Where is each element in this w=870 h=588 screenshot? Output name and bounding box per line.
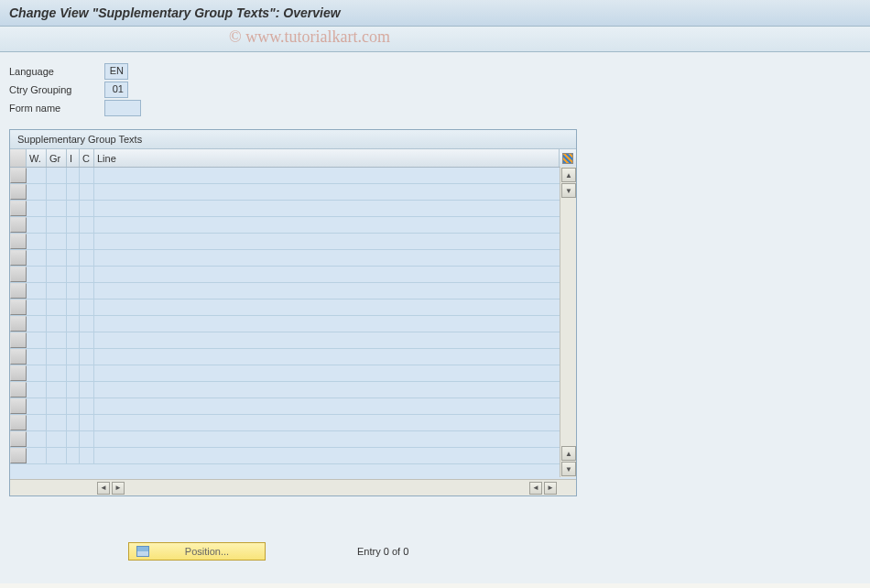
table-row[interactable] [10,201,576,217]
table-row[interactable] [10,349,576,365]
table-row[interactable] [10,332,576,349]
column-header-gr[interactable]: Gr [47,149,67,167]
table-settings-button[interactable] [560,153,576,164]
table-row[interactable] [10,234,576,250]
form-name-label: Form name [9,103,104,114]
row-selector[interactable] [10,267,27,282]
horizontal-scrollbar[interactable]: ◄ ► ◄ ► [10,479,576,495]
window-title: Change View "Supplementary Group Texts":… [9,5,341,20]
row-selector[interactable] [10,431,27,447]
column-header-i[interactable]: I [67,149,80,167]
row-selector[interactable] [10,382,27,397]
field-row-language: Language EN [9,63,861,80]
table-body [10,168,576,479]
scroll-right-button[interactable]: ► [544,482,557,495]
table-row[interactable] [10,415,576,431]
table-row[interactable] [10,448,576,464]
row-selector[interactable] [10,365,27,381]
table-row[interactable] [10,316,576,332]
scroll-left-button[interactable]: ◄ [529,482,542,495]
table-row[interactable] [10,283,576,299]
table-settings-icon [562,153,573,164]
table-row[interactable] [10,398,576,415]
table-panel: Supplementary Group Texts W. Gr I C Line [9,129,577,496]
scroll-left-button[interactable]: ◄ [97,482,110,495]
position-icon [136,546,149,557]
scroll-right-button[interactable]: ► [112,482,125,495]
row-selector[interactable] [10,217,27,233]
table-row[interactable] [10,217,576,234]
row-selector[interactable] [10,184,27,200]
table-row[interactable] [10,168,576,184]
entry-count-text: Entry 0 of 0 [357,546,408,557]
panel-title: Supplementary Group Texts [10,130,576,149]
language-label: Language [9,66,104,77]
vertical-scrollbar[interactable]: ▲ ▼ ▲ ▼ [560,167,576,477]
scroll-up-button[interactable]: ▲ [561,446,576,461]
row-selector[interactable] [10,398,27,414]
ctry-grouping-field[interactable]: 01 [104,82,128,98]
row-selector[interactable] [10,283,27,299]
ctry-grouping-label: Ctry Grouping [9,84,104,95]
scroll-down-button[interactable]: ▼ [561,183,576,198]
table-row[interactable] [10,250,576,267]
column-header-c[interactable]: C [80,149,94,167]
field-row-ctry-grouping: Ctry Grouping 01 [9,82,861,98]
table-header-row: W. Gr I C Line [10,149,576,168]
row-selector[interactable] [10,234,27,249]
position-button-label: Position... [157,546,257,557]
header-fields-group: Language EN Ctry Grouping 01 Form name [9,63,861,116]
scroll-up-button[interactable]: ▲ [561,168,576,182]
column-selector [10,149,27,167]
position-button[interactable]: Position... [128,542,266,561]
language-field[interactable]: EN [104,63,128,80]
field-row-form-name: Form name [9,100,861,116]
table-row[interactable] [10,184,576,201]
scroll-down-button[interactable]: ▼ [561,462,576,476]
row-selector[interactable] [10,201,27,216]
table-row[interactable] [10,431,576,448]
row-selector[interactable] [10,415,27,430]
table-row[interactable] [10,267,576,283]
row-selector[interactable] [10,448,27,463]
row-selector[interactable] [10,349,27,365]
footer-bar: Position... Entry 0 of 0 [9,542,861,561]
row-selector[interactable] [10,250,27,266]
table-row[interactable] [10,365,576,382]
form-name-field[interactable] [104,100,141,116]
table-row[interactable] [10,382,576,398]
row-selector[interactable] [10,299,27,315]
application-toolbar [0,27,870,52]
row-selector[interactable] [10,168,27,183]
row-selector[interactable] [10,332,27,348]
table-row[interactable] [10,299,576,316]
row-selector[interactable] [10,316,27,332]
column-header-line[interactable]: Line [94,149,560,167]
column-header-w[interactable]: W. [27,149,47,167]
main-content-area: Language EN Ctry Grouping 01 Form name S… [0,52,870,583]
window-title-bar: Change View "Supplementary Group Texts":… [0,0,870,27]
